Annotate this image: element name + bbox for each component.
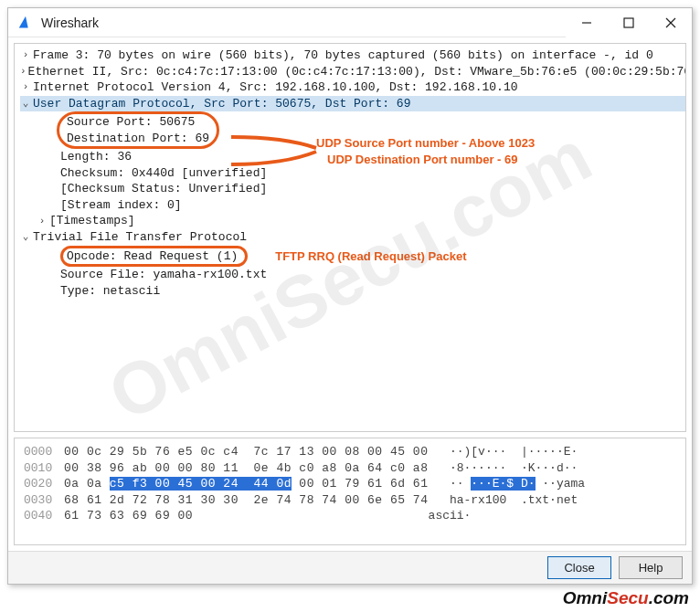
- tree-ethernet[interactable]: ›Ethernet II, Src: 0c:c4:7c:17:13:00 (0c…: [20, 64, 685, 80]
- hex-row: 000000 0c 29 5b 76 e5 0c c4 7c 17 13 00 …: [24, 444, 678, 460]
- tree-udp-dst-port[interactable]: Destination Port: 69: [67, 131, 209, 147]
- minimize-button[interactable]: [566, 8, 608, 37]
- chevron-right-icon: ›: [20, 48, 31, 62]
- chevron-down-icon: ⌄: [20, 97, 31, 111]
- packet-bytes-pane[interactable]: 000000 0c 29 5b 76 e5 0c c4 7c 17 13 00 …: [14, 438, 686, 545]
- chevron-right-icon: ›: [37, 215, 48, 228]
- chevron-right-icon: ›: [20, 80, 31, 94]
- tree-udp-src-port[interactable]: Source Port: 50675: [67, 114, 209, 131]
- tree-tftp-source-file[interactable]: Source File: yamaha-rx100.txt: [20, 267, 685, 283]
- wireshark-icon: [17, 15, 34, 31]
- hex-selection: c5 f3 00 45 00 24 44 0d: [110, 477, 292, 491]
- tree-ip[interactable]: ›Internet Protocol Version 4, Src: 192.1…: [20, 79, 685, 96]
- packet-details-pane[interactable]: UDP Source Port number - Above 1023 UDP …: [14, 43, 686, 432]
- tree-tftp[interactable]: ⌄Trivial File Transfer Protocol: [20, 229, 685, 246]
- annotation-rrq: TFTP RRQ (Read Request) Packet: [275, 248, 466, 265]
- tree-tftp-opcode[interactable]: Opcode: Read Request (1) TFTP RRQ (Read …: [20, 246, 685, 268]
- titlebar: Wireshark: [8, 8, 692, 37]
- app-window: Wireshark UDP Source Port number - Above…: [7, 7, 693, 585]
- circled-udp-ports: Source Port: 50675 Destination Port: 69: [57, 111, 219, 149]
- close-button[interactable]: [650, 8, 692, 37]
- tree-udp-timestamps[interactable]: ›[Timestamps]: [20, 213, 685, 229]
- ascii-selection: ···E·$ D·: [471, 477, 535, 491]
- hex-row: 003068 61 2d 72 78 31 30 30 2e 74 78 74 …: [24, 492, 678, 509]
- window-controls: [566, 8, 692, 37]
- chevron-right-icon: ›: [20, 65, 27, 79]
- hex-row: 001000 38 96 ab 00 00 80 11 0e 4b c0 a8 …: [24, 460, 678, 477]
- tree-frame[interactable]: ›Frame 3: 70 bytes on wire (560 bits), 7…: [20, 47, 685, 64]
- footer-logo: OmniSecu.com: [563, 588, 689, 608]
- annotation-udp-ports: UDP Source Port number - Above 1023 UDP …: [316, 135, 535, 167]
- annotation-arrow: [229, 135, 321, 166]
- help-button[interactable]: Help: [619, 556, 683, 579]
- circled-opcode: Opcode: Read Request (1): [60, 246, 248, 268]
- maximize-button[interactable]: [608, 8, 650, 37]
- dialog-button-bar: Close Help: [8, 551, 692, 584]
- close-dialog-button[interactable]: Close: [547, 556, 611, 579]
- tree-udp[interactable]: ⌄User Datagram Protocol, Src Port: 50675…: [20, 96, 685, 112]
- tree-tftp-type[interactable]: Type: netascii: [20, 283, 685, 300]
- hex-row: 004061 73 63 69 69 00 ascii·: [24, 508, 678, 524]
- chevron-down-icon: ⌄: [20, 230, 31, 244]
- tree-udp-stream[interactable]: [Stream index: 0]: [20, 197, 685, 214]
- svg-rect-1: [624, 18, 633, 27]
- tree-udp-checksum[interactable]: Checksum: 0x440d [unverified]: [20, 165, 685, 182]
- tree-udp-checksum-status[interactable]: [Checksum Status: Unverified]: [20, 181, 685, 197]
- hex-row: 00200a 0a c5 f3 00 45 00 24 44 0d 00 01 …: [24, 476, 678, 492]
- window-title: Wireshark: [41, 16, 566, 30]
